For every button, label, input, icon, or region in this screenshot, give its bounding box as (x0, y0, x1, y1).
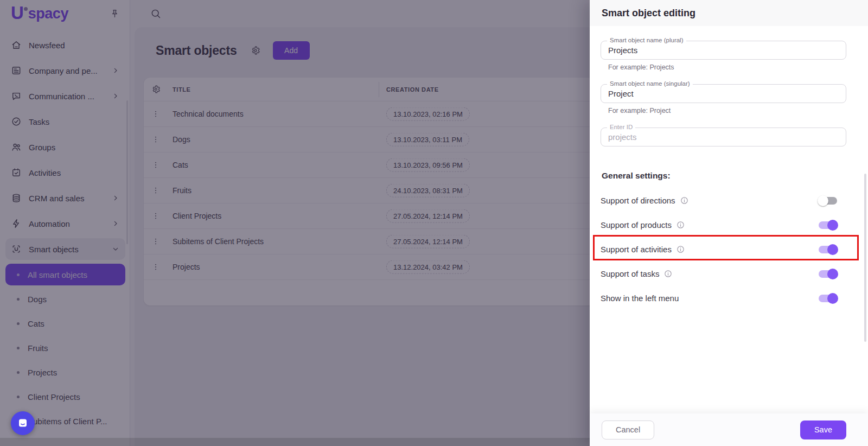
panel-scrollbar[interactable] (864, 174, 866, 342)
field-label: Enter ID (607, 124, 635, 130)
toggle-knob (827, 220, 838, 231)
field-label: Smart object name (plural) (607, 37, 686, 43)
general-settings-toggles: Support of directionsSupport of products… (601, 188, 857, 310)
panel-footer: Cancel Save (590, 413, 868, 446)
toggle-knob (818, 195, 828, 206)
toggle-switch-show-in-the-left-menu[interactable] (819, 295, 837, 302)
modal-dim-overlay (0, 0, 590, 446)
toggle-row-support-of-products: Support of products (601, 213, 857, 237)
toggle-row-support-of-tasks: Support of tasks (601, 262, 857, 286)
chat-launcher-button[interactable] (11, 411, 35, 435)
toggle-row-support-of-activities: Support of activities (601, 237, 857, 262)
general-settings-heading: General settings: (602, 171, 857, 181)
toggle-label: Show in the left menu (601, 294, 679, 303)
toggle-knob (827, 269, 838, 279)
info-icon[interactable] (663, 269, 673, 278)
input-smart-object-name-plural[interactable] (601, 41, 846, 59)
panel-title: Smart object editing (602, 8, 695, 19)
field-enter-id: Enter ID (601, 128, 846, 146)
panel-fields: Smart object name (plural)For example: P… (601, 41, 857, 158)
toggle-knob (827, 293, 838, 304)
smart-object-editing-panel: Smart object editing Smart object name (… (590, 0, 868, 446)
field-helper-text: For example: Project (608, 107, 857, 114)
field-helper-text: For example: Projects (608, 63, 857, 71)
input-enter-id[interactable] (601, 128, 846, 146)
toggle-label: Support of activities (601, 245, 672, 254)
save-button[interactable]: Save (800, 420, 846, 439)
info-icon[interactable] (676, 245, 685, 254)
field-helper-text (608, 150, 857, 158)
toggle-switch-support-of-directions[interactable] (819, 197, 837, 205)
bottom-scroll-strip (0, 438, 590, 446)
info-icon[interactable] (680, 196, 689, 205)
field-smart-object-name-plural: Smart object name (plural) (601, 41, 846, 60)
toggle-switch-support-of-products[interactable] (819, 221, 837, 229)
panel-header: Smart object editing (590, 0, 868, 26)
toggle-label: Support of tasks (601, 269, 659, 278)
input-smart-object-name-singular[interactable] (601, 85, 846, 103)
field-label: Smart object name (singular) (607, 80, 693, 87)
toggle-label: Support of directions (601, 196, 675, 205)
chat-bubble-icon (16, 417, 29, 430)
toggle-switch-support-of-tasks[interactable] (819, 270, 837, 278)
toggle-knob (827, 244, 838, 255)
toggle-row-support-of-directions: Support of directions (601, 188, 857, 213)
toggle-switch-support-of-activities[interactable] (819, 246, 837, 253)
toggle-label: Support of products (601, 220, 672, 230)
info-icon[interactable] (676, 220, 685, 230)
toggle-row-show-in-the-left-menu: Show in the left menu (601, 286, 857, 310)
cancel-button[interactable]: Cancel (602, 420, 654, 439)
field-smart-object-name-singular: Smart object name (singular) (601, 84, 846, 103)
